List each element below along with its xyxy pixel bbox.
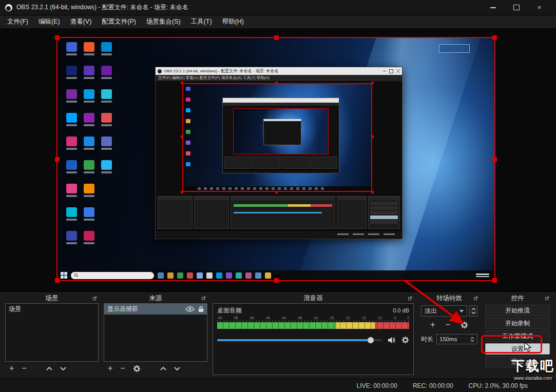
menu-item-help[interactable]: 帮助(H)	[217, 15, 249, 28]
desktop-icon	[66, 184, 77, 193]
nested-desktop-icon	[186, 97, 190, 102]
dock-sources: 来源 显示器捕获 + −	[103, 293, 208, 377]
close-button[interactable]: ×	[528, 0, 551, 15]
start-recording-button[interactable]: 开始录制	[485, 318, 550, 329]
desktop-tooltip	[439, 44, 470, 53]
duration-spinbox[interactable]: 150ms	[436, 334, 477, 344]
remove-scene-button[interactable]: −	[22, 364, 26, 373]
nested-dock-sources	[194, 196, 229, 229]
duration-label: 时长	[421, 335, 433, 344]
source-up-button[interactable]	[160, 367, 166, 370]
scene-down-button[interactable]	[60, 367, 66, 370]
transform-handle[interactable]	[55, 35, 60, 40]
dock-float-icon[interactable]	[545, 296, 549, 300]
dock-transitions: 转场特效 淡出 + − 时长 150	[418, 293, 481, 377]
transform-handle[interactable]	[274, 278, 279, 283]
transform-handle[interactable]	[492, 278, 497, 283]
taskbar-icons	[158, 272, 271, 279]
settings-button[interactable]: 设置	[485, 343, 550, 355]
add-source-button[interactable]: +	[108, 364, 112, 373]
nested-desktop-icon	[186, 130, 190, 134]
exit-button[interactable]: 退出	[485, 356, 550, 367]
speaker-icon[interactable]	[388, 337, 396, 344]
menu-item-tools[interactable]: 工具(T)	[186, 15, 217, 28]
transition-select[interactable]: 淡出	[421, 305, 467, 317]
dock-controls: 控件 开始推流 开始录制 工作室模式 设置 退出	[483, 293, 552, 377]
visibility-eye-icon[interactable]	[185, 306, 195, 312]
nested-desktop-icon	[186, 151, 190, 155]
nested-desktop-icon	[186, 87, 190, 91]
titlebar: OBS 23.2.1 (64-bit, windows) - 配置文件: 未命名…	[0, 0, 556, 15]
inner-preview	[233, 108, 329, 154]
menu-item-edit[interactable]: 编辑(E)	[33, 15, 65, 28]
desktop-icon	[66, 89, 77, 99]
preview-area: OBS 23.2.1 (64-bit, windows) - 配置文件: 未命名…	[0, 29, 556, 291]
menu-item-scene-collection[interactable]: 场景集合(S)	[141, 15, 186, 28]
transform-handle[interactable]	[274, 35, 279, 40]
nested-transform-handle	[371, 191, 374, 193]
chevron-down-icon[interactable]	[470, 340, 474, 342]
dock-mixer-header: 混音器	[212, 293, 415, 303]
chevron-up-icon[interactable]	[470, 337, 474, 339]
menu-item-file[interactable]: 文件(F)	[2, 15, 33, 28]
menu-item-view[interactable]: 查看(V)	[65, 15, 97, 28]
dock-controls-title: 控件	[511, 294, 524, 303]
taskbar-app-icon	[245, 272, 252, 279]
start-streaming-button[interactable]: 开始推流	[485, 305, 550, 316]
meter-scale: -60-55-50-45-40-35-30-25-20-15-10-50	[217, 316, 409, 320]
taskbar-app-icon	[236, 272, 242, 279]
chevron-down-icon	[471, 311, 476, 314]
statusbar: LIVE: 00:00:00 REC: 00:00:00 CPU: 2.0%, …	[0, 379, 556, 392]
dock-float-icon[interactable]	[474, 296, 478, 300]
nested-desktop-icon	[186, 141, 190, 145]
rec-status: REC: 00:00:00	[413, 382, 453, 389]
desktop-icon	[84, 136, 94, 146]
transition-properties-gear-icon[interactable]	[461, 321, 468, 329]
inner-menubar	[223, 103, 339, 106]
studio-mode-button[interactable]: 工作室模式	[485, 330, 550, 342]
source-down-button[interactable]	[174, 367, 180, 370]
taskbar-search	[71, 272, 154, 279]
lock-icon[interactable]	[198, 306, 204, 312]
window-title: OBS 23.2.1 (64-bit, windows) - 配置文件: 未命名…	[16, 3, 188, 12]
source-properties-gear-icon[interactable]	[133, 365, 141, 373]
dock-mixer: 混音器 桌面音频 0.0 dB -60-55-50-45-40-35-30-25…	[212, 293, 415, 377]
transform-handle[interactable]	[492, 157, 497, 162]
taskbar-app-icon	[158, 272, 164, 279]
desktop-icon	[84, 184, 94, 193]
menu-item-profile[interactable]: 配置文件(P)	[97, 15, 141, 28]
scene-up-button[interactable]	[46, 367, 52, 370]
remove-source-button[interactable]: −	[120, 364, 125, 373]
remove-transition-button[interactable]: −	[446, 321, 450, 329]
inner-obs-window	[222, 97, 339, 173]
volume-slider-knob[interactable]	[368, 337, 374, 343]
source-list-item-display-capture[interactable]: 显示器捕获	[104, 304, 207, 315]
minimize-icon	[490, 7, 496, 8]
preview-canvas[interactable]: OBS 23.2.1 (64-bit, windows) - 配置文件: 未命名…	[56, 37, 495, 281]
transform-handle[interactable]	[55, 278, 60, 283]
dock-float-icon[interactable]	[202, 296, 206, 300]
add-scene-button[interactable]: +	[9, 364, 14, 373]
scene-list-item[interactable]: 场景	[6, 304, 98, 315]
obs-main-window: OBS 23.2.1 (64-bit, windows) - 配置文件: 未命名…	[0, 0, 556, 392]
desktop-icon	[101, 136, 112, 146]
dock-float-icon[interactable]	[408, 296, 412, 300]
scene-item-label: 场景	[9, 305, 21, 313]
audio-settings-gear-icon[interactable]	[401, 336, 409, 344]
nested-transform-handle	[275, 191, 278, 193]
transform-handle[interactable]	[55, 157, 60, 162]
volume-slider-fill	[217, 339, 371, 341]
add-transition-button[interactable]: +	[430, 321, 435, 329]
maximize-button[interactable]	[505, 0, 528, 15]
transition-selected-label: 淡出	[425, 307, 437, 316]
minimize-button[interactable]	[482, 0, 505, 15]
transform-handle[interactable]	[492, 35, 497, 40]
transition-spinner[interactable]	[469, 305, 477, 317]
taskbar-app-icon	[216, 272, 222, 279]
nested-window-title: OBS 23.2.1 (64-bit, windows) - 配置文件: 未命名…	[164, 68, 278, 74]
dock-float-icon[interactable]	[93, 296, 97, 300]
volume-slider[interactable]	[217, 339, 382, 341]
taskbar-app-icon	[177, 272, 183, 279]
nested-taskbar	[183, 186, 371, 191]
nested-window-buttons	[383, 69, 400, 73]
